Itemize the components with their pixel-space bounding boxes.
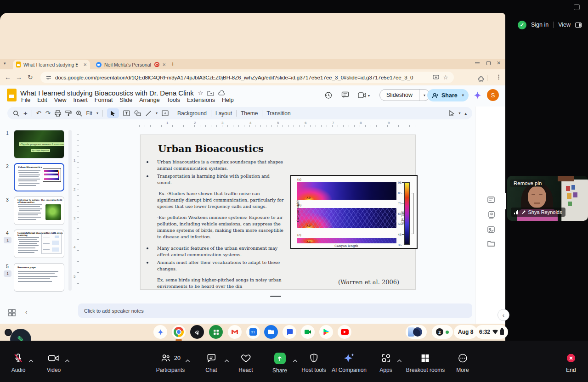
pointer-dropdown-icon[interactable]: ▾ bbox=[458, 111, 460, 115]
restore-button[interactable] bbox=[486, 61, 491, 65]
account-avatar[interactable]: S bbox=[487, 89, 499, 101]
version-history-icon[interactable] bbox=[324, 91, 332, 99]
shapes-icon[interactable] bbox=[134, 110, 141, 116]
slides-logo[interactable] bbox=[7, 89, 17, 101]
recorder-icon[interactable] bbox=[190, 325, 204, 339]
menu-format[interactable]: Format bbox=[95, 97, 113, 103]
zoom-dropdown-icon[interactable]: ▾ bbox=[96, 111, 98, 115]
chat-button[interactable]: Chat bbox=[205, 353, 217, 373]
thumbnail-slide-1[interactable]: Capula program research summary By: Shya… bbox=[14, 130, 64, 158]
install-app-icon[interactable] bbox=[433, 75, 439, 80]
participants-button[interactable]: 20 Participants bbox=[156, 353, 185, 373]
menu-slide[interactable]: Slide bbox=[119, 97, 132, 103]
video-button[interactable]: Video bbox=[47, 353, 61, 373]
new-tab-button[interactable]: + bbox=[171, 60, 175, 67]
meet-icon[interactable] bbox=[301, 325, 315, 339]
text-box-icon[interactable] bbox=[123, 110, 130, 116]
chrome-icon[interactable] bbox=[172, 325, 186, 339]
redo-icon[interactable]: ↷ bbox=[45, 110, 51, 117]
spectrogram-figure[interactable]: (a) A0 (b) A0 (c) A0 Canyon width Canyon… bbox=[290, 175, 418, 249]
reload-icon[interactable]: ↻ bbox=[28, 73, 33, 81]
calendar-card-icon[interactable] bbox=[487, 197, 495, 203]
photos-icon[interactable] bbox=[487, 226, 495, 233]
present-to-meeting-icon[interactable] bbox=[358, 92, 366, 98]
close-button[interactable]: ✕ bbox=[497, 60, 501, 66]
tab-close-icon[interactable]: ✕ bbox=[83, 62, 87, 67]
menu-view[interactable]: View bbox=[54, 97, 67, 103]
bookmark-star-icon[interactable]: ☆ bbox=[443, 74, 448, 81]
url-bar[interactable]: docs.google.com/presentation/d/1QEd8lC4Q… bbox=[40, 72, 454, 83]
youtube-icon[interactable] bbox=[338, 325, 351, 339]
tab-close-icon[interactable]: ✕ bbox=[162, 62, 166, 67]
tab-slides[interactable]: What I learned studying Bioaco ✕ bbox=[13, 60, 90, 69]
collapse-toolbar-icon[interactable]: ▴ bbox=[464, 111, 467, 116]
thumbnail-slide-3[interactable]: Listening to nature: The emerging field … bbox=[14, 197, 64, 225]
layout-button[interactable]: Layout bbox=[215, 110, 232, 117]
folder-icon[interactable] bbox=[487, 241, 495, 247]
share-dropdown-icon[interactable]: ▾ bbox=[462, 93, 464, 97]
tab-search-chevron-icon[interactable]: ▾ bbox=[4, 61, 6, 66]
status-tray[interactable]: 6:32 bbox=[475, 325, 508, 339]
zoom-level-select[interactable]: Fit bbox=[86, 110, 92, 117]
tab-zoom[interactable]: Neil Mehta's Personal Mee ✕ bbox=[93, 60, 169, 69]
comment-icon[interactable] bbox=[341, 91, 349, 99]
participants-chevron-icon[interactable] bbox=[185, 359, 190, 363]
line-dropdown-icon[interactable]: ▾ bbox=[156, 111, 158, 115]
move-folder-icon[interactable] bbox=[207, 90, 214, 96]
more-button[interactable]: More bbox=[456, 353, 469, 373]
date-pill[interactable]: Aug 8 bbox=[454, 325, 477, 339]
end-meeting-button[interactable]: End bbox=[565, 353, 577, 373]
video-options-chevron-icon[interactable] bbox=[65, 359, 70, 363]
apps-chevron-icon[interactable] bbox=[397, 359, 402, 363]
menu-edit[interactable]: Edit bbox=[37, 97, 47, 103]
menu-tools[interactable]: Tools bbox=[167, 97, 180, 103]
pointer-mode-icon[interactable] bbox=[449, 110, 454, 116]
slide-canvas[interactable]: Urban Bioacoustics Urban bioacoustics is… bbox=[140, 135, 416, 290]
view-layout-icon[interactable] bbox=[575, 22, 582, 28]
chat-chevron-icon[interactable] bbox=[224, 359, 229, 363]
menu-file[interactable]: File bbox=[21, 97, 30, 103]
zoom-in-icon[interactable] bbox=[76, 110, 82, 117]
react-button[interactable]: React bbox=[238, 353, 253, 373]
window-corner-icon[interactable] bbox=[574, 4, 580, 10]
breakout-rooms-button[interactable]: Breakout rooms bbox=[406, 353, 445, 373]
browser-menu-icon[interactable]: ⋮ bbox=[496, 73, 502, 80]
search-tools-icon[interactable] bbox=[13, 110, 19, 117]
audio-options-chevron-icon[interactable] bbox=[28, 359, 34, 363]
forward-icon[interactable]: → bbox=[16, 73, 22, 81]
files-icon[interactable] bbox=[264, 325, 278, 339]
contacts-icon[interactable] bbox=[487, 211, 495, 219]
app-library-icon[interactable] bbox=[209, 325, 223, 339]
audio-button[interactable]: Audio bbox=[11, 353, 26, 373]
collapse-panel-button[interactable]: ‹ bbox=[498, 309, 509, 321]
paint-format-icon[interactable] bbox=[65, 110, 72, 117]
comment-badge[interactable]: 1 bbox=[4, 270, 11, 277]
thumbnail-slide-4[interactable]: Computational bioacoustics with deep lea… bbox=[14, 230, 64, 258]
line-tool-icon[interactable] bbox=[145, 110, 152, 117]
slide-title[interactable]: Urban Bioacoustics bbox=[158, 143, 264, 154]
citation[interactable]: (Warren et al. 2006) bbox=[338, 279, 399, 286]
select-tool-button[interactable] bbox=[107, 108, 119, 118]
notification-counter[interactable]: 2 bbox=[432, 325, 453, 339]
doc-title[interactable]: What I learned studying Bioacoustics wit… bbox=[20, 89, 194, 97]
slideshow-button[interactable]: Slideshow ▾ bbox=[379, 89, 430, 101]
play-store-icon[interactable] bbox=[319, 325, 333, 339]
minimize-button[interactable] bbox=[475, 62, 480, 63]
background-button[interactable]: Background bbox=[177, 110, 207, 117]
slide-body-text[interactable]: Urban bioacoustics is a complex soundsca… bbox=[147, 159, 284, 294]
extensions-icon[interactable] bbox=[478, 75, 485, 82]
insert-image-icon[interactable] bbox=[162, 110, 169, 116]
thumbnail-slide-5[interactable]: Resource page bbox=[14, 263, 64, 292]
speaker-notes[interactable]: Click to add speaker notes bbox=[78, 303, 472, 318]
thumbnail-slide-2[interactable]: Urban Bioacoustics bbox=[14, 163, 64, 191]
view-button[interactable]: View bbox=[558, 22, 571, 28]
host-tools-button[interactable]: Host tools bbox=[301, 353, 326, 373]
menu-arrange[interactable]: Arrange bbox=[139, 97, 159, 103]
undo-icon[interactable]: ↶ bbox=[36, 110, 41, 117]
camera-dropdown-icon[interactable]: ▾ bbox=[368, 94, 370, 98]
grid-view-icon[interactable] bbox=[8, 309, 16, 316]
quick-add-icon[interactable]: + bbox=[23, 109, 28, 117]
back-icon[interactable]: ← bbox=[5, 73, 11, 81]
cloud-status-icon[interactable] bbox=[218, 90, 226, 96]
google-chat-icon[interactable] bbox=[283, 325, 296, 339]
